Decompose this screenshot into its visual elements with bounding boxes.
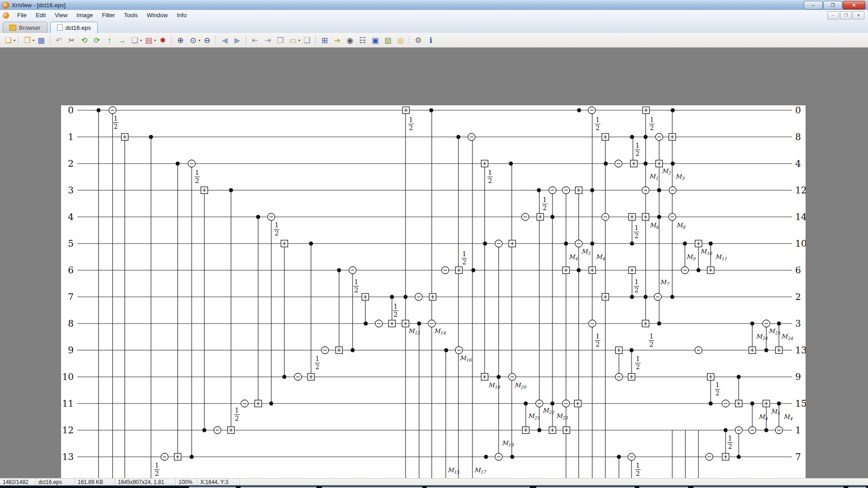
page-prev-icon[interactable]: ⇤ bbox=[249, 34, 261, 46]
save-icon[interactable]: ▦ bbox=[35, 34, 47, 46]
export-icon[interactable]: ➔ bbox=[331, 34, 343, 46]
svg-text:1: 1 bbox=[636, 355, 640, 362]
svg-text:1: 1 bbox=[716, 381, 720, 389]
svg-text:2: 2 bbox=[409, 124, 413, 131]
status-segment-0: 1482/1482 bbox=[0, 479, 36, 486]
rotate-left-icon[interactable]: ⟲ bbox=[78, 34, 90, 46]
undo-icon[interactable]: ↶ bbox=[53, 34, 65, 46]
palette-dropdown-icon[interactable]: ▾ bbox=[154, 38, 156, 42]
menu-item-window[interactable]: Window bbox=[142, 11, 172, 19]
svg-text:2: 2 bbox=[488, 177, 492, 184]
svg-text:M22: M22 bbox=[542, 407, 555, 415]
file-icon bbox=[57, 24, 63, 31]
tab-dct16-eps[interactable]: dct16.eps bbox=[50, 22, 98, 33]
svg-text:1: 1 bbox=[728, 435, 732, 442]
back-icon[interactable]: ◀ bbox=[219, 34, 231, 46]
svg-text:M15: M15 bbox=[448, 466, 460, 474]
zoom-icon[interactable]: ⊙ bbox=[187, 34, 199, 46]
crop-icon[interactable]: ✂ bbox=[66, 34, 77, 46]
menu-item-image[interactable]: Image bbox=[72, 11, 97, 19]
svg-text:1: 1 bbox=[354, 278, 359, 286]
svg-text:M8: M8 bbox=[676, 221, 686, 230]
open-icon[interactable]: ❐ bbox=[21, 34, 33, 46]
rotate-right-icon[interactable]: ⟳ bbox=[91, 34, 103, 46]
browser-icon[interactable]: ❏ bbox=[2, 34, 14, 46]
screen-icon[interactable]: ▣ bbox=[369, 34, 381, 46]
menu-item-filter[interactable]: Filter bbox=[97, 11, 119, 19]
svg-text:2: 2 bbox=[650, 341, 654, 348]
svg-text:M20: M20 bbox=[514, 381, 527, 389]
svg-text:M11: M11 bbox=[715, 253, 727, 261]
svg-text:M6: M6 bbox=[650, 221, 659, 230]
image-canvas[interactable]: 0018243124145106672839131091115121137141… bbox=[61, 105, 806, 488]
slideshow-icon[interactable]: ▭ bbox=[287, 34, 299, 46]
svg-text:2: 2 bbox=[636, 470, 640, 477]
status-segment-4: 100% bbox=[176, 479, 198, 486]
svg-text:M4: M4 bbox=[596, 253, 605, 261]
svg-text:1: 1 bbox=[795, 425, 801, 436]
move-next-icon[interactable]: → bbox=[116, 34, 128, 46]
svg-text:M9: M9 bbox=[686, 253, 696, 261]
mdi-restore-button[interactable]: ❐ bbox=[840, 11, 852, 19]
svg-text:1: 1 bbox=[195, 169, 199, 176]
svg-text:1: 1 bbox=[155, 462, 159, 469]
browser-dropdown-icon[interactable]: ▾ bbox=[14, 38, 15, 42]
title-bar: XnView - [dct16.eps] – ❐ ✕ bbox=[0, 0, 868, 10]
svg-text:9: 9 bbox=[795, 371, 801, 382]
toolbar: ❏▾❐▾▦↶✂⟲⟳↑→❏▾▤▾✹⊕⊙▾⊖◀▶⇤⇥❒▭▾❑⊞➔◉☷▣▧◎⚙ℹ bbox=[0, 33, 868, 48]
svg-text:M4: M4 bbox=[759, 413, 768, 421]
menu-item-file[interactable]: File bbox=[13, 11, 31, 19]
status-bar: 1482/1482dct16.eps161.89 KB1645x907x24, … bbox=[0, 478, 868, 486]
svg-text:M4: M4 bbox=[783, 413, 793, 421]
page-jump-icon[interactable]: ❑ bbox=[301, 34, 313, 46]
maximize-button[interactable]: ❐ bbox=[823, 1, 842, 9]
image-icon[interactable]: ▧ bbox=[382, 34, 394, 46]
svg-text:3: 3 bbox=[68, 185, 74, 196]
svg-text:2: 2 bbox=[155, 470, 159, 477]
zoom-dropdown-icon[interactable]: ▾ bbox=[198, 38, 200, 42]
menu-item-info[interactable]: Info bbox=[172, 11, 191, 19]
mdi-close-button[interactable]: ✕ bbox=[853, 11, 864, 19]
viewer-area: 0018243124145106672839131091115121137141… bbox=[0, 47, 868, 478]
toolbar-separator bbox=[246, 35, 246, 45]
tab-browser[interactable]: Browser bbox=[3, 22, 47, 33]
forward-icon[interactable]: ▶ bbox=[231, 34, 243, 46]
move-up-icon[interactable]: ↑ bbox=[104, 34, 115, 46]
ribbon-icon[interactable]: ✹ bbox=[157, 34, 169, 46]
info-icon[interactable]: ℹ bbox=[425, 34, 437, 46]
capture-icon[interactable]: ◎ bbox=[395, 34, 406, 46]
svg-text:2: 2 bbox=[68, 158, 74, 169]
copy-dropdown-icon[interactable]: ▾ bbox=[140, 38, 142, 42]
page-next-icon[interactable]: ⇥ bbox=[262, 34, 274, 46]
menu-item-view[interactable]: View bbox=[50, 11, 72, 19]
svg-text:3: 3 bbox=[795, 318, 801, 329]
menu-bar: FileEditViewImageFilterToolsWindowInfo–❐… bbox=[0, 10, 868, 21]
open-dropdown-icon[interactable]: ▾ bbox=[33, 38, 34, 42]
close-button[interactable]: ✕ bbox=[843, 1, 865, 9]
svg-text:6: 6 bbox=[795, 265, 801, 276]
zoom-out-icon[interactable]: ⊖ bbox=[201, 34, 213, 46]
svg-text:1: 1 bbox=[394, 303, 398, 310]
zoom-in-icon[interactable]: ⊕ bbox=[175, 34, 186, 46]
status-segment-3: 1645x907x24, 1.81 bbox=[115, 479, 176, 486]
minimize-button[interactable]: – bbox=[804, 1, 823, 9]
palette-icon[interactable]: ▤ bbox=[143, 34, 155, 46]
mdi-minimize-button[interactable]: – bbox=[827, 11, 839, 19]
menu-app-icon bbox=[3, 12, 9, 19]
menu-item-edit[interactable]: Edit bbox=[31, 11, 50, 19]
menu-item-tools[interactable]: Tools bbox=[119, 11, 142, 19]
svg-text:2: 2 bbox=[636, 363, 640, 371]
settings-icon[interactable]: ⚙ bbox=[412, 34, 424, 46]
print-icon[interactable]: ☷ bbox=[357, 34, 368, 46]
toolbar-separator bbox=[18, 35, 19, 45]
svg-text:12: 12 bbox=[62, 425, 74, 436]
svg-text:M5: M5 bbox=[581, 248, 591, 256]
fullscreen-icon[interactable]: ⊞ bbox=[319, 34, 330, 46]
tab-label: Browser bbox=[19, 24, 41, 31]
svg-text:1: 1 bbox=[650, 116, 654, 123]
find-icon[interactable]: ◉ bbox=[344, 34, 356, 46]
pages-icon[interactable]: ❒ bbox=[274, 34, 286, 46]
slideshow-dropdown-icon[interactable]: ▾ bbox=[298, 38, 300, 42]
copy-icon[interactable]: ❏ bbox=[129, 34, 141, 46]
svg-text:M19: M19 bbox=[502, 439, 514, 447]
